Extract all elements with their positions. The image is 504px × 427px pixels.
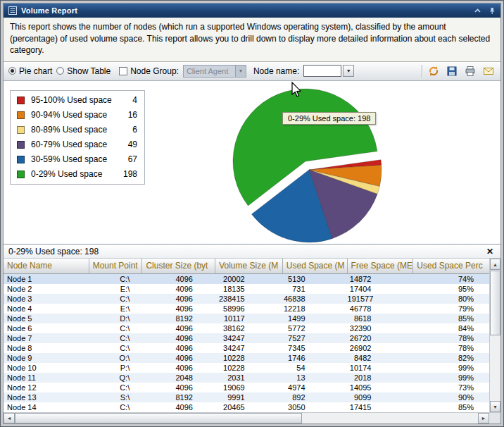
pie-chart-radio[interactable]: Pie chart xyxy=(8,66,52,76)
legend-color-chip xyxy=(17,171,25,178)
table-row[interactable]: Node 11Q:\2048203113201899% xyxy=(4,373,489,383)
table-cell: 13 xyxy=(283,373,348,383)
table-cell: 4096 xyxy=(142,343,215,353)
legend-color-chip xyxy=(17,126,25,134)
table-cell: 3050 xyxy=(283,402,348,412)
node-group-label: Node Group: xyxy=(130,66,179,76)
table-cell: P:\ xyxy=(89,363,142,373)
refresh-button[interactable] xyxy=(427,64,441,78)
table-cell: 14095 xyxy=(348,383,414,392)
legend-color-chip xyxy=(17,156,25,163)
scroll-down-icon[interactable]: ▼ xyxy=(490,401,500,412)
table-cell: C:\ xyxy=(89,323,142,333)
collapse-button[interactable] xyxy=(472,6,483,16)
legend-item[interactable]: 30-59% Used space67 xyxy=(11,152,144,167)
table-cell: 99% xyxy=(413,363,489,373)
email-button[interactable] xyxy=(481,64,496,78)
table-row[interactable]: Node 8C:\40963424773452690278% xyxy=(4,343,489,353)
legend-color-chip xyxy=(17,97,25,104)
table-cell: 191577 xyxy=(348,294,414,304)
table-cell: 14872 xyxy=(348,274,414,284)
table-row[interactable]: Node 12C:\40961906949741409573% xyxy=(4,383,489,392)
table-row[interactable]: Node 9O:\4096102281746848282% xyxy=(4,353,489,363)
close-icon[interactable]: ✕ xyxy=(484,247,496,256)
table-cell: 85% xyxy=(413,314,489,323)
legend-item[interactable]: 60-79% Used space49 xyxy=(11,137,144,152)
table-row[interactable]: Node 4E:\409658996122184677879% xyxy=(4,304,489,314)
table-cell: 4096 xyxy=(142,284,215,294)
node-name-dropdown-button[interactable]: ▼ xyxy=(343,65,354,77)
table-row[interactable]: Node 3C:\40962384154683819157780% xyxy=(4,294,489,304)
table-row[interactable]: Node 1C:\40962000251301487274% xyxy=(4,274,489,284)
table-cell: 32390 xyxy=(348,323,414,333)
table-cell: Node 4 xyxy=(4,304,89,314)
table-cell: 5772 xyxy=(283,323,348,333)
node-group-dropdown-icon: ▼ xyxy=(235,66,246,77)
column-header[interactable]: Mount Point xyxy=(89,259,143,273)
legend-item[interactable]: 95-100% Used space4 xyxy=(11,93,144,108)
column-header[interactable]: Used Space (M xyxy=(283,259,348,273)
show-table-radio[interactable]: Show Table xyxy=(56,66,111,76)
vertical-scrollbar[interactable]: ▲ ▼ xyxy=(489,259,500,412)
table-row[interactable]: Node 5D:\8192101171499861885% xyxy=(4,314,489,323)
horizontal-scroll-track[interactable] xyxy=(15,413,478,423)
legend-item-count: 67 xyxy=(128,154,137,164)
table-cell: 99% xyxy=(413,373,489,383)
table-cell: 90% xyxy=(413,392,489,402)
table-cell: 8482 xyxy=(348,353,414,363)
table-cell: Node 13 xyxy=(4,392,89,402)
scroll-right-icon[interactable]: ► xyxy=(478,413,489,423)
table-cell: D:\ xyxy=(89,314,142,323)
vertical-scroll-thumb[interactable] xyxy=(490,271,500,335)
show-table-radio-circle[interactable] xyxy=(56,67,64,75)
table-cell: Node 10 xyxy=(4,363,89,373)
column-header[interactable]: Node Name xyxy=(4,259,89,273)
legend-item[interactable]: 80-89% Used space6 xyxy=(11,123,144,137)
horizontal-scroll-thumb[interactable] xyxy=(15,413,302,423)
print-button[interactable] xyxy=(463,64,477,78)
table-cell: 1746 xyxy=(283,353,348,363)
horizontal-scrollbar[interactable]: ◄ ► xyxy=(4,412,500,423)
column-header[interactable]: Free Space (ME xyxy=(348,259,414,273)
table-row[interactable]: Node 6C:\40963816257723239084% xyxy=(4,323,489,333)
column-header[interactable]: Volume Size (M xyxy=(215,259,283,273)
node-name-combo: ▼ xyxy=(303,65,354,77)
pie-chart-radio-circle[interactable] xyxy=(8,67,16,75)
pie-chart-radio-label: Pie chart xyxy=(19,66,52,76)
scroll-left-icon[interactable]: ◄ xyxy=(4,413,15,423)
table-cell: C:\ xyxy=(89,294,142,304)
table-cell: 74% xyxy=(413,274,489,284)
table-row[interactable]: Node 13S:\81929991892909990% xyxy=(4,392,489,402)
table-cell: 38162 xyxy=(215,323,283,333)
table-cell: C:\ xyxy=(89,274,142,284)
node-name-input[interactable] xyxy=(303,65,341,77)
table-cell: 26902 xyxy=(348,343,414,353)
save-button[interactable] xyxy=(445,64,459,78)
table-cell: Q:\ xyxy=(89,373,142,383)
table-cell: 4096 xyxy=(142,353,215,363)
table-row[interactable]: Node 14C:\40962046530501741585% xyxy=(4,402,489,412)
table-row[interactable]: Node 10P:\409610228541017499% xyxy=(4,363,489,373)
table-cell: 4096 xyxy=(142,294,215,304)
legend-item-count: 4 xyxy=(132,95,137,105)
chart-legend: 95-100% Used space490-94% Used space1680… xyxy=(10,90,145,185)
legend-item[interactable]: 0-29% Used space198 xyxy=(11,167,144,182)
toolbar-separator xyxy=(422,65,422,78)
table-cell: 10117 xyxy=(215,314,283,323)
legend-item[interactable]: 90-94% Used space16 xyxy=(11,108,144,123)
column-header[interactable]: Cluster Size (byt xyxy=(142,259,215,273)
table-row[interactable]: Node 2E:\4096181357311740495% xyxy=(4,284,489,294)
detail-table: Node NameMount PointCluster Size (bytVol… xyxy=(4,259,500,412)
table-row[interactable]: Node 7C:\40963424775272672078% xyxy=(4,333,489,343)
pin-button[interactable] xyxy=(486,6,497,16)
legend-item-count: 6 xyxy=(132,125,137,135)
table-cell: 82% xyxy=(413,353,489,363)
table-cell: 2018 xyxy=(348,373,414,383)
scroll-up-icon[interactable]: ▲ xyxy=(490,259,500,270)
table-cell: C:\ xyxy=(89,402,142,412)
chart-tooltip: 0-29% Used space: 198 xyxy=(282,112,376,125)
legend-item-label: 60-79% Used space xyxy=(31,140,128,149)
column-header[interactable]: Used Space Perc xyxy=(413,259,489,273)
table-cell: Node 14 xyxy=(4,402,89,412)
node-group-checkbox[interactable] xyxy=(119,67,127,75)
